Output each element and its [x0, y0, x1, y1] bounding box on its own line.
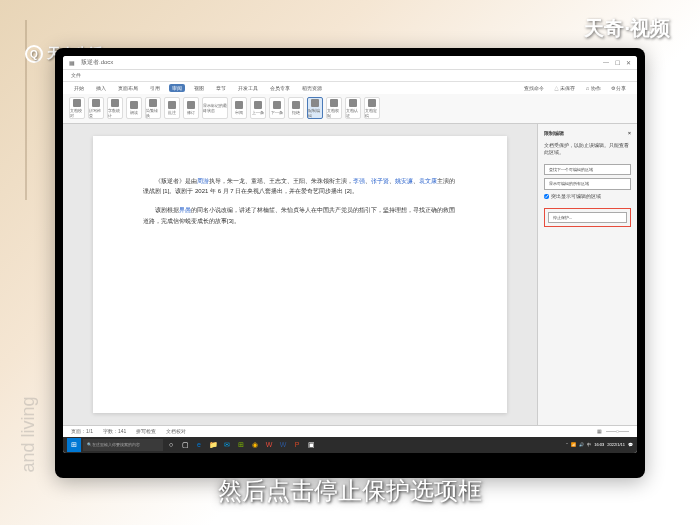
document-viewport[interactable]: 《叛逆者》是由周游执导，朱一龙、童瑶、王志文、王阳、朱珠领衔主演，李强、张子贤、… — [63, 124, 537, 425]
chrome-icon[interactable]: ◉ — [249, 439, 261, 451]
close-icon[interactable]: ✕ — [626, 59, 631, 66]
edge-icon[interactable]: e — [193, 439, 205, 451]
folder-icon[interactable]: 📁 — [207, 439, 219, 451]
screen: ▦ 叛逆者.docx — ☐ ✕ 文件 开始 插入 页面布局 引用 审阅 视图 … — [63, 56, 637, 453]
maximize-icon[interactable]: ☐ — [615, 59, 620, 66]
spellcheck-button[interactable]: 拼写检查 — [88, 97, 104, 119]
spell-icon — [92, 99, 100, 107]
tab-layout[interactable]: 页面布局 — [115, 84, 141, 92]
status-words[interactable]: 字数：141 — [103, 428, 126, 434]
zoom-slider[interactable]: ——○—— — [606, 428, 629, 434]
next-button[interactable]: 下一条 — [269, 97, 285, 119]
clock-time[interactable]: 16:03 — [594, 442, 604, 447]
panel-info-text: 文档受保护，以防止误编辑。只能查看此区域。 — [544, 142, 631, 156]
document-page: 《叛逆者》是由周游执导，朱一龙、童瑶、王志文、王阳、朱珠领衔主演，李强、张子贤、… — [93, 136, 507, 413]
content-area: 《叛逆者》是由周游执导，朱一龙、童瑶、王志文、王阳、朱珠领衔主演，李强、张子贤、… — [63, 124, 637, 425]
stop-protection-highlight: 停止保护... — [544, 208, 631, 227]
video-subtitle: 然后点击停止保护选项框 — [218, 475, 482, 507]
taskview-icon[interactable]: ▢ — [179, 439, 191, 451]
show-all-regions-button[interactable]: 显示可编辑的所有区域 — [544, 178, 631, 190]
doc-final-button[interactable]: 文档定稿 — [364, 97, 380, 119]
doc-cert-button[interactable]: 文档认证 — [345, 97, 361, 119]
restrict-edit-panel: 限制编辑 × 文档受保护，以防止误编辑。只能查看此区域。 查找下一个可编辑的区域… — [537, 124, 637, 425]
system-tray[interactable]: ˄ 📶 🔊 中 16:03 2022/1/11 💬 — [566, 442, 633, 447]
prev-button[interactable]: 上一条 — [250, 97, 266, 119]
comment-icon — [168, 101, 176, 109]
laptop-frame: ▦ 叛逆者.docx — ☐ ✕ 文件 开始 插入 页面布局 引用 审阅 视图 … — [55, 48, 645, 478]
find-next-region-button[interactable]: 查找下一个可编辑的区域 — [544, 164, 631, 176]
link-author[interactable]: 畀愚 — [179, 207, 191, 213]
highlight-checkbox-input[interactable] — [544, 194, 549, 199]
highlight-regions-checkbox[interactable]: 突出显示可编辑的区域 — [544, 193, 631, 200]
tab-chapter[interactable]: 章节 — [213, 84, 229, 92]
ime-icon[interactable]: 中 — [587, 442, 591, 447]
app-icon: ▦ — [69, 59, 75, 66]
store-icon[interactable]: ⊞ — [235, 439, 247, 451]
doc-title: 叛逆者.docx — [81, 58, 113, 67]
status-spell[interactable]: 拼写检查 — [136, 428, 156, 434]
tray-up-icon[interactable]: ˄ — [566, 442, 568, 447]
tab-member[interactable]: 会员专享 — [267, 84, 293, 92]
tab-start[interactable]: 开始 — [71, 84, 87, 92]
cortana-icon[interactable]: ○ — [165, 439, 177, 451]
ribbon-tabs: 开始 插入 页面布局 引用 审阅 视图 章节 开发工具 会员专享 稻壳资源 查找… — [63, 82, 637, 94]
reject-icon — [292, 101, 300, 109]
tab-review[interactable]: 审阅 — [169, 84, 185, 92]
decorative-book: and living — [18, 396, 39, 472]
word-icon[interactable]: W — [277, 439, 289, 451]
convert-icon — [149, 99, 157, 107]
minimize-icon[interactable]: — — [603, 59, 609, 66]
doc-permission-button[interactable]: 文档权限 — [326, 97, 342, 119]
read-button[interactable]: 朗读 — [126, 97, 142, 119]
link-actor4[interactable]: 袁文康 — [419, 178, 437, 184]
search-commands[interactable]: 查找命令 — [521, 84, 547, 92]
volume-icon[interactable]: 🔊 — [579, 442, 584, 447]
lock-icon — [311, 99, 319, 107]
collaborate-button[interactable]: ♫ 协作 — [582, 84, 603, 92]
wps-icon[interactable]: W — [263, 439, 275, 451]
markup-dropdown[interactable]: 显示标记的最终状态 — [202, 97, 228, 119]
unsaved-indicator[interactable]: △ 未保存 — [551, 84, 578, 92]
share-button[interactable]: ⚙ 分享 — [608, 84, 629, 92]
checkbox-label: 突出显示可编辑的区域 — [551, 193, 601, 200]
status-page[interactable]: 页面：1/1 — [71, 428, 93, 434]
view-mode-icon[interactable]: ▦ — [597, 428, 602, 434]
tab-daoke[interactable]: 稻壳资源 — [299, 84, 325, 92]
wifi-icon[interactable]: 📶 — [571, 442, 576, 447]
panel-close-icon[interactable]: × — [628, 130, 631, 136]
tab-view[interactable]: 视图 — [191, 84, 207, 92]
status-proof[interactable]: 文档校对 — [166, 428, 186, 434]
app-icon-1[interactable]: ▣ — [305, 439, 317, 451]
tab-devtools[interactable]: 开发工具 — [235, 84, 261, 92]
windows-taskbar: ⊞ 🔍 在这里输入你要搜索的内容 ○ ▢ e 📁 ✉ ⊞ ◉ W W P ▣ ˄… — [63, 437, 637, 453]
start-button[interactable]: ⊞ — [67, 438, 81, 452]
restrict-edit-button[interactable]: 限制编辑 — [307, 97, 323, 119]
menu-bar: 文件 — [63, 70, 637, 82]
doc-proof-button[interactable]: 文档校对 — [69, 97, 85, 119]
menu-file[interactable]: 文件 — [71, 72, 81, 78]
final-icon — [368, 99, 376, 107]
stop-protection-button[interactable]: 停止保护... — [548, 212, 627, 223]
notification-icon[interactable]: 💬 — [628, 442, 633, 447]
reject-button[interactable]: 拒绝 — [288, 97, 304, 119]
review-button[interactable]: 审阅 — [231, 97, 247, 119]
tab-insert[interactable]: 插入 — [93, 84, 109, 92]
convert-button[interactable]: 简繁转换 — [145, 97, 161, 119]
review-icon — [235, 101, 243, 109]
link-actor3[interactable]: 姚安濂 — [395, 178, 413, 184]
link-director[interactable]: 周游 — [197, 178, 209, 184]
wordcount-button[interactable]: 字数统计 — [107, 97, 123, 119]
link-actor1[interactable]: 李强 — [353, 178, 365, 184]
window-titlebar: ▦ 叛逆者.docx — ☐ ✕ — [63, 56, 637, 70]
ppt-icon[interactable]: P — [291, 439, 303, 451]
link-actor2[interactable]: 张子贤 — [371, 178, 389, 184]
track-button[interactable]: 修订 — [183, 97, 199, 119]
track-icon — [187, 101, 195, 109]
perm-icon — [330, 99, 338, 107]
comment-button[interactable]: 批注 — [164, 97, 180, 119]
taskbar-search[interactable]: 🔍 在这里输入你要搜索的内容 — [83, 439, 163, 451]
tab-reference[interactable]: 引用 — [147, 84, 163, 92]
count-icon — [111, 99, 119, 107]
clock-date[interactable]: 2022/1/11 — [607, 442, 625, 447]
mail-icon[interactable]: ✉ — [221, 439, 233, 451]
